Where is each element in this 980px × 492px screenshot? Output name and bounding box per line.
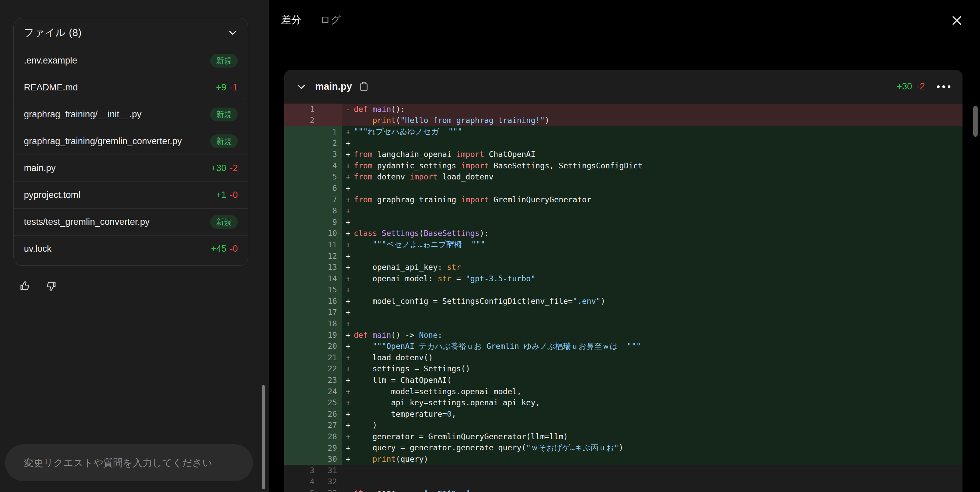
diff-file-header: main.py +30 -2: [284, 70, 963, 103]
diff-sign: +: [342, 195, 354, 204]
line-number-gutter: 13: [284, 262, 342, 273]
code-line: + print(query): [342, 453, 963, 465]
new-line-number: 22: [315, 364, 337, 373]
code-row: 29+ query = generator.generate_query("ｗそ…: [284, 442, 963, 454]
line-number-gutter: 533: [284, 487, 342, 492]
code-row: 533if __name__ == "__main__":: [284, 487, 963, 492]
file-row[interactable]: README.md+9-1: [14, 74, 248, 101]
file-row[interactable]: graphrag_training/__init__.py新規: [14, 101, 248, 128]
code-line: + llm = ChatOpenAI(: [342, 375, 963, 386]
new-line-number: 28: [315, 432, 337, 441]
sidebar: ファイル (8) .env.example新規README.md+9-1grap…: [0, 0, 269, 492]
tab-diff[interactable]: 差分: [281, 13, 301, 27]
code-row: 432: [284, 476, 963, 488]
chevron-down-icon[interactable]: [228, 27, 238, 38]
new-line-number: 6: [315, 184, 337, 192]
code-line: - print("Hello from graphrag-training!"): [342, 115, 963, 126]
topbar: 差分ログ: [269, 0, 980, 40]
diff-stats: +45-0: [211, 244, 238, 254]
files-panel-header[interactable]: ファイル (8): [14, 18, 248, 47]
file-row[interactable]: .env.example新規: [14, 47, 248, 74]
line-number-gutter: 28: [284, 431, 342, 442]
new-line-number: 8: [315, 206, 337, 215]
new-line-number: 33: [315, 489, 337, 492]
code-text: """れプセハゐゆノセガ """: [354, 126, 463, 137]
new-line-number: 25: [315, 398, 337, 407]
line-number-gutter: 25: [284, 397, 342, 408]
new-line-number: 23: [315, 376, 337, 384]
line-number-gutter: 22: [284, 363, 342, 375]
sidebar-scrollbar[interactable]: [262, 385, 265, 489]
code-line: [342, 476, 963, 488]
code-line: +from graphrag_training import GremlinQu…: [342, 194, 963, 205]
code-row: 25+ api_key=settings.openai_api_key,: [284, 397, 963, 408]
old-line-number: 5: [284, 489, 315, 492]
file-row[interactable]: tests/test_gremlin_converter.py新規: [14, 208, 248, 235]
code-text: from dotenv import load_dotenv: [354, 172, 493, 181]
main-panel: 差分ログ main.py +30 -2 1-def main():2- prin…: [269, 0, 980, 492]
diff-sign: +: [342, 432, 354, 441]
file-row[interactable]: uv.lock+45-0: [14, 235, 248, 262]
code-text: def main():: [354, 105, 405, 114]
code-line: + openai_api_key: str: [342, 262, 963, 273]
diff-scrollbar[interactable]: [973, 106, 978, 137]
code-row: 18+: [284, 318, 963, 329]
diff-sign: +: [342, 252, 354, 260]
code-line: +def main() -> None:: [342, 329, 963, 341]
code-line: +: [342, 183, 963, 194]
new-line-number: 27: [315, 421, 337, 430]
code-text: from pydantic_settings import BaseSettin…: [354, 161, 643, 170]
code-row: 8+: [284, 205, 963, 216]
file-name: graphrag_training/gremlin_converter.py: [24, 136, 182, 146]
line-number-gutter: 18: [284, 318, 342, 329]
diff-filename: main.py: [315, 81, 352, 92]
file-name: README.md: [24, 83, 78, 93]
more-options-icon[interactable]: [937, 86, 950, 88]
file-row[interactable]: graphrag_training/gremlin_converter.py新規: [14, 128, 248, 155]
thumbs-down-icon[interactable]: [45, 280, 57, 292]
code-line: + api_key=settings.openai_api_key,: [342, 397, 963, 408]
copy-icon[interactable]: [360, 82, 368, 92]
new-line-number: 2: [315, 139, 337, 148]
tab-log[interactable]: ログ: [320, 13, 341, 27]
added-count: +1: [216, 190, 226, 200]
file-row[interactable]: pyproject.toml+1-0: [14, 181, 248, 208]
code-row: 7+from graphrag_training import GremlinQ…: [284, 194, 963, 205]
file-row[interactable]: main.py+30-2: [14, 155, 248, 181]
new-line-number: 19: [315, 331, 337, 340]
added-count: +30: [211, 163, 226, 173]
diff-sign: +: [342, 455, 354, 463]
code-row: 16+ model_config = SettingsConfigDict(en…: [284, 295, 963, 307]
line-number-gutter: 27: [284, 420, 342, 431]
code-row: 2- print("Hello from graphrag-training!"…: [284, 115, 963, 126]
code-line: [342, 465, 963, 476]
chevron-down-icon[interactable]: [296, 82, 306, 92]
diff-sign: -: [342, 105, 354, 114]
line-number-gutter: 2: [284, 138, 342, 149]
new-file-badge: 新規: [210, 215, 238, 229]
file-name: pyproject.toml: [24, 190, 80, 200]
diff-sign: +: [342, 331, 354, 340]
diff-sign: +: [342, 285, 354, 294]
code-line: +: [342, 216, 963, 228]
thumbs-up-icon[interactable]: [19, 280, 31, 292]
diff-sign: +: [342, 184, 354, 192]
code-line: +: [342, 318, 963, 329]
new-line-number: 21: [315, 353, 337, 362]
line-number-gutter: 20: [284, 340, 342, 352]
code-line: +from dotenv import load_dotenv: [342, 171, 963, 183]
code-text: from langchain_openai import ChatOpenAI: [354, 150, 535, 159]
file-name: main.py: [24, 163, 56, 173]
code-line: + temperature=0,: [342, 408, 963, 420]
code-text: def main() -> None:: [354, 331, 442, 340]
diff-sign: +: [342, 376, 354, 384]
code-row: 21+ load_dotenv(): [284, 352, 963, 363]
line-number-gutter: 30: [284, 453, 342, 465]
code-line: + openai_model: str = "gpt-3.5-turbo": [342, 273, 963, 284]
code-line: +: [342, 284, 963, 296]
chat-request-input[interactable]: [5, 444, 253, 481]
close-icon[interactable]: [950, 14, 963, 27]
line-number-gutter: 15: [284, 284, 342, 296]
code-text: print("Hello from graphrag-training!"): [354, 116, 549, 125]
line-number-gutter: 3: [284, 149, 342, 160]
